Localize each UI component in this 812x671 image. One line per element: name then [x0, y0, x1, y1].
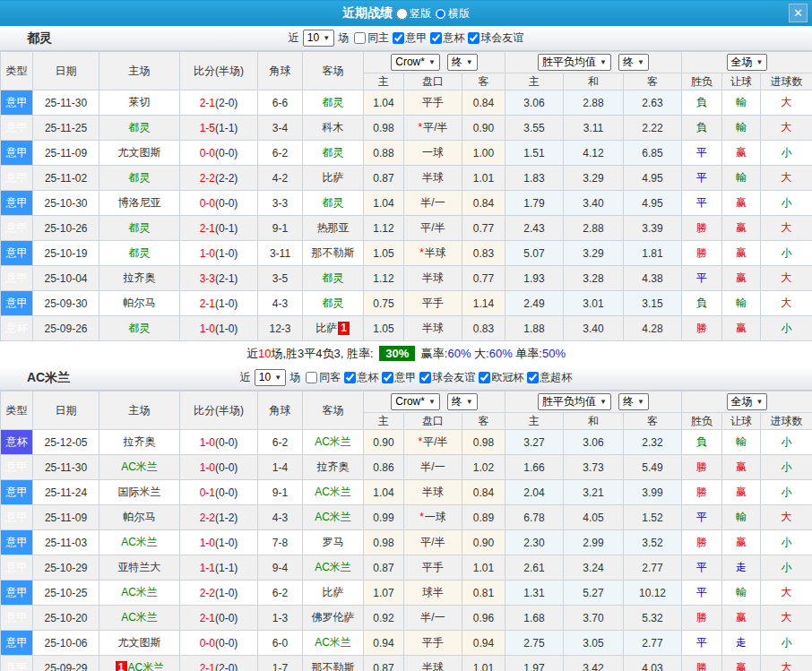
away-team-cell: 都灵 — [303, 90, 364, 116]
layout-option-horizontal[interactable]: 横版 — [435, 6, 470, 22]
corner-cell: 4-2 — [258, 166, 303, 191]
league-checkbox[interactable] — [393, 32, 404, 44]
home-team-cell: 都灵 — [99, 116, 180, 141]
league-checkbox[interactable] — [468, 32, 479, 44]
avg-group-header: 胜平负均值▼终▼ — [505, 52, 682, 73]
odds-stage-select[interactable]: 终▼ — [447, 393, 478, 410]
match-row: 意甲25-11-24国际米兰0-1(0-0)9-1AC米兰1.04半球0.842… — [1, 480, 812, 505]
league-filter[interactable]: 意杯 — [341, 370, 378, 385]
result-group-header: 全场▼ — [682, 52, 812, 73]
score-cell: 2-2(1-2) — [180, 505, 258, 530]
handicap-result-cell: 赢 — [722, 656, 761, 671]
same-venue-checkbox[interactable] — [354, 32, 366, 44]
away-team-cell: 热那亚 — [303, 216, 364, 241]
bookmaker-select[interactable]: Crow*▼ — [391, 393, 440, 410]
result-cell: 負 — [682, 90, 722, 116]
league-checkbox[interactable] — [344, 372, 356, 383]
scope-select[interactable]: 全场▼ — [727, 393, 768, 410]
goals-result-cell: 大 — [761, 266, 812, 291]
match-type-cell: 意甲 — [1, 191, 33, 216]
avg-draw-cell: 3.24 — [564, 555, 624, 581]
league-filters: 意甲意杯球会友谊 — [389, 30, 523, 46]
score-cell: 2-1(2-0) — [180, 656, 258, 671]
dropdown-arrow-icon: ▼ — [428, 398, 436, 406]
avg-away-cell: 4.03 — [624, 656, 682, 671]
close-icon: ✕ — [793, 6, 803, 20]
avg-home-cell: 1.31 — [505, 581, 564, 606]
result-group-header: 全场▼ — [682, 391, 812, 413]
avg-home-cell: 1.83 — [505, 166, 564, 191]
same-venue-checkbox[interactable] — [306, 372, 317, 383]
away-team-cell: AC米兰 — [303, 631, 364, 656]
handicap-cell: 半球 — [404, 480, 462, 505]
col-date: 日期 — [33, 52, 99, 90]
league-checkbox[interactable] — [527, 372, 539, 383]
league-filter[interactable]: 球会友谊 — [416, 370, 475, 385]
odds-home-cell: 1.04 — [364, 191, 404, 216]
match-row: 意甲25-10-29亚特兰大1-1(1-1)9-4AC米兰0.87平手1.012… — [1, 555, 812, 581]
vertical-radio[interactable] — [396, 8, 408, 20]
league-checkbox[interactable] — [479, 372, 490, 383]
match-row: 意甲25-10-19都灵1-0(1-0)3-11那不勒斯1.05*半球0.835… — [1, 241, 812, 266]
avg-away-cell: 6.85 — [624, 141, 682, 166]
avg-draw-cell: 3.29 — [564, 241, 624, 266]
league-checkbox[interactable] — [430, 32, 442, 44]
handicap-result-cell: 赢 — [722, 480, 761, 505]
bookmaker-select[interactable]: Crow*▼ — [391, 54, 440, 71]
league-checkbox[interactable] — [382, 372, 393, 383]
match-type-cell: 意甲 — [1, 216, 33, 241]
avg-stage-select[interactable]: 终▼ — [618, 54, 649, 71]
match-row: 意甲25-10-04拉齐奥3-3(2-1)3-5都灵1.12半球0.771.93… — [1, 266, 812, 291]
avg-stage-select[interactable]: 终▼ — [618, 393, 649, 410]
match-type-cell: 意杯 — [1, 316, 33, 341]
league-filter[interactable]: 欧冠杯 — [475, 370, 523, 385]
score-cell: 2-1(1-0) — [180, 291, 258, 316]
result-cell: 平 — [682, 581, 722, 606]
sub-col-odds-away: 客 — [462, 413, 505, 430]
odds-home-cell: 0.75 — [364, 291, 404, 316]
avg-type-select[interactable]: 胜平负均值▼ — [538, 393, 611, 410]
avg-home-cell: 5.07 — [505, 241, 564, 266]
league-checkbox[interactable] — [419, 372, 431, 383]
league-filter[interactable]: 球会友谊 — [464, 30, 523, 46]
goals-result-cell: 大 — [761, 291, 812, 316]
league-filter[interactable]: 意甲 — [378, 370, 416, 385]
near-count-select[interactable]: 10▼ — [255, 369, 286, 386]
goals-result-cell: 小 — [761, 241, 812, 266]
corner-cell: 7-8 — [258, 530, 303, 555]
section-torino: 都灵 近 10▼ 场 同主 意甲意杯球会友谊 类型 日期 — [0, 26, 812, 366]
avg-home-cell: 3.27 — [505, 430, 564, 455]
home-team-cell: AC米兰 — [99, 530, 180, 555]
odds-home-cell: 0.88 — [364, 141, 404, 166]
layout-option-vertical[interactable]: 竖版 — [396, 6, 431, 22]
scope-select[interactable]: 全场▼ — [727, 54, 768, 71]
odds-home-cell: 1.05 — [364, 316, 404, 341]
result-cell: 負 — [682, 116, 722, 141]
result-cell: 勝 — [682, 216, 722, 241]
away-team-cell: 罗马 — [303, 530, 364, 555]
avg-home-cell: 3.06 — [505, 90, 564, 116]
avg-home-cell: 1.93 — [505, 266, 564, 291]
avg-away-cell: 5.32 — [624, 606, 682, 631]
avg-type-select[interactable]: 胜平负均值▼ — [538, 54, 611, 71]
score-cell: 3-3(2-1) — [180, 266, 258, 291]
close-button[interactable]: ✕ — [789, 4, 808, 22]
result-cell: 負 — [682, 291, 722, 316]
same-venue-filter[interactable]: 同客 — [300, 370, 341, 385]
odds-home-cell: 0.92 — [364, 606, 404, 631]
sub-col-handicap: 盘口 — [404, 413, 462, 430]
near-count-select[interactable]: 10▼ — [303, 30, 334, 47]
avg-home-cell: 1.79 — [505, 191, 564, 216]
corner-cell: 1-3 — [258, 606, 303, 631]
horizontal-radio[interactable] — [435, 8, 446, 20]
match-type-cell: 意甲 — [1, 555, 33, 581]
league-filter[interactable]: 意甲 — [389, 30, 427, 46]
match-row: 意甲25-10-26都灵2-1(0-1)9-1热那亚1.12平/半0.772.4… — [1, 216, 812, 241]
same-venue-filter[interactable]: 同主 — [349, 30, 389, 46]
date-cell: 25-11-24 — [33, 480, 99, 505]
odds-stage-select[interactable]: 终▼ — [447, 54, 478, 71]
league-filter[interactable]: 意杯 — [427, 30, 464, 46]
near-label: 近 — [240, 370, 251, 385]
league-filter[interactable]: 意超杯 — [523, 370, 572, 385]
handicap-cell: *一球 — [404, 505, 462, 530]
